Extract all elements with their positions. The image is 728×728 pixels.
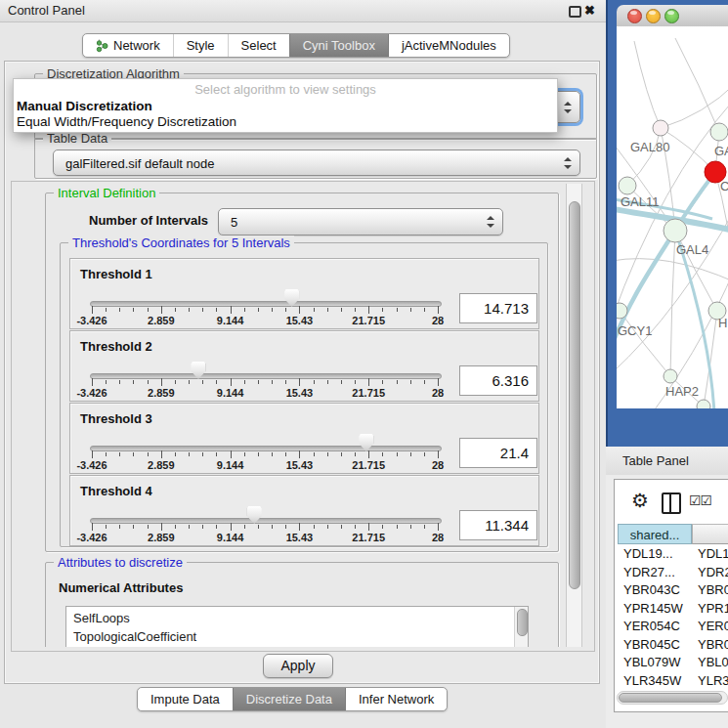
network-edge[interactable] <box>661 83 728 128</box>
tick-mark <box>119 308 120 312</box>
network-node-green[interactable] <box>664 219 687 242</box>
gear-icon[interactable]: ⚙ <box>631 488 649 513</box>
tick-mark <box>355 525 356 529</box>
column-header-shared[interactable]: shared... <box>618 524 692 544</box>
close-traffic-light-icon[interactable] <box>627 9 642 23</box>
tick-mark <box>382 525 383 529</box>
tick-mark <box>175 525 176 529</box>
scrollbar-thumb[interactable] <box>517 609 528 636</box>
tick-label: 15.43 <box>274 315 324 326</box>
tab-label: Impute Data <box>150 688 220 710</box>
threshold-value-field[interactable]: 14.713 <box>459 293 537 323</box>
table-row[interactable]: YPR145WYPR1 <box>618 599 728 618</box>
cell-shared-name: YBR043C <box>623 580 680 599</box>
network-edge[interactable] <box>634 41 661 128</box>
table-row[interactable]: YBR043CYBR0 <box>618 580 728 599</box>
network-node-green[interactable] <box>664 369 677 383</box>
network-edge-highlighted[interactable] <box>675 231 714 408</box>
slider-track[interactable] <box>90 446 442 451</box>
cell-shared-name: YDL19... <box>623 544 673 563</box>
num-intervals-combobox[interactable]: 5 <box>218 208 503 236</box>
threshold-value-field[interactable]: 6.316 <box>459 365 537 396</box>
slider-track[interactable] <box>90 301 442 307</box>
tab-jactivemnodules[interactable]: jActiveMNodules <box>388 34 509 57</box>
tick-mark <box>355 452 356 456</box>
table-row[interactable]: YDR27...YDR2 <box>618 563 728 581</box>
table-row[interactable]: YDL19...YDL1 <box>618 544 728 563</box>
tick-label: 28 <box>412 532 463 543</box>
attribute-item-selfloops[interactable]: SelfLoops <box>73 609 130 627</box>
table-row[interactable]: YBL079WYBL0 <box>618 653 728 671</box>
network-edge[interactable] <box>617 259 728 282</box>
tick-mark <box>382 380 383 384</box>
table-data-combobox[interactable]: galFiltered.sif default node <box>53 150 580 176</box>
threshold-value-field[interactable]: 21.4 <box>459 438 537 468</box>
network-node-green[interactable] <box>697 400 710 408</box>
right-pane: GAL80GACGAL11GAL4GCY1HHAP2 Table Panel ⚙… <box>606 0 728 728</box>
column-header-na[interactable]: na <box>692 524 728 544</box>
select-columns-checkboxes-icon[interactable]: ☑☑ <box>689 492 711 508</box>
tab-cyni-toolbox[interactable]: Cyni Toolbox <box>289 34 388 57</box>
tick-mark <box>285 380 286 384</box>
network-node-pink[interactable] <box>653 120 668 136</box>
attributes-list[interactable]: SelfLoopsTopologicalCoefficientBetweenne… <box>65 606 529 647</box>
table-row[interactable]: YER054CYER0 <box>618 617 728 635</box>
minimize-traffic-light-icon[interactable] <box>646 9 661 23</box>
dropdown-option-manual-discretization[interactable]: Manual Discretization <box>17 99 152 113</box>
tick-mark <box>133 525 134 529</box>
node-table-frame: ⚙ ☑☑ shared...na YDL19...YDL1YDR27...YDR… <box>614 479 728 712</box>
network-edge[interactable] <box>620 311 670 376</box>
threshold-value-field[interactable]: 11.344 <box>459 510 537 540</box>
network-node-green[interactable] <box>710 123 728 141</box>
table-panel-titlebar: Table Panel <box>606 447 728 476</box>
threshold-label: Threshold 1 <box>80 267 152 281</box>
tick-mark <box>189 380 190 384</box>
attributes-group-title: Attributes to discretize <box>54 555 187 570</box>
table-data-value: galFiltered.sif default node <box>65 155 214 170</box>
tick-mark <box>327 308 328 312</box>
tick-mark <box>202 380 203 384</box>
tick-mark <box>272 452 273 456</box>
tick-mark <box>161 450 162 458</box>
attribute-item-topologicalcoefficient[interactable]: TopologicalCoefficient <box>73 627 196 646</box>
slider-track[interactable] <box>90 518 442 524</box>
network-edge[interactable] <box>675 38 719 132</box>
network-edge[interactable] <box>627 128 661 186</box>
table-data-group: Table Data galFiltered.sif default node <box>34 138 597 179</box>
tick-mark <box>327 380 328 384</box>
tick-mark <box>299 378 300 386</box>
network-node-green[interactable] <box>619 177 636 194</box>
network-node-green[interactable] <box>617 303 627 319</box>
tab-select[interactable]: Select <box>228 34 289 57</box>
zoom-traffic-light-icon[interactable] <box>664 9 679 23</box>
scrollbar-thumb[interactable] <box>569 201 580 589</box>
table-horizontal-scrollbar[interactable] <box>617 691 728 705</box>
table-row[interactable]: YLR345WYLR3 <box>618 671 728 690</box>
tab-style[interactable]: Style <box>173 34 228 57</box>
split-column-icon[interactable] <box>662 492 681 514</box>
tick-mark <box>133 308 134 312</box>
tick-mark <box>410 525 411 529</box>
tick-mark <box>244 452 245 456</box>
scrollbar-thumb[interactable] <box>619 693 722 703</box>
network-edge[interactable] <box>704 311 717 407</box>
apply-button[interactable]: Apply <box>263 654 333 678</box>
float-window-icon[interactable] <box>569 6 581 18</box>
network-window: GAL80GACGAL11GAL4GCY1HHAP2 <box>606 0 728 447</box>
tab-discretize-data[interactable]: Discretize Data <box>233 688 345 710</box>
table-panel-content: ⚙ ☑☑ shared...na YDL19...YDL1YDR27...YDR… <box>606 475 728 728</box>
cell-shared-name: YBR045C <box>623 635 680 654</box>
settings-scrollbar[interactable] <box>566 184 582 647</box>
dropdown-option-equal-width-frequency-discretization[interactable]: Equal Width/Frequency Discretization <box>17 114 236 129</box>
tab-infer-network[interactable]: Infer Network <box>345 688 447 710</box>
tab-impute-data[interactable]: Impute Data <box>138 688 233 710</box>
attributes-list-scrollbar[interactable] <box>514 607 528 647</box>
tab-network[interactable]: Network <box>83 34 173 57</box>
tick-mark <box>424 525 425 529</box>
attribute-item-betweennesscentrality[interactable]: BetweennessCentrality <box>73 646 203 647</box>
close-icon[interactable]: ✖ <box>584 2 595 20</box>
table-row[interactable]: YBR045CYBR0 <box>618 635 728 654</box>
network-canvas[interactable]: GAL80GACGAL11GAL4GCY1HHAP2 <box>617 26 728 408</box>
slider-track[interactable] <box>90 373 442 379</box>
tick-mark <box>397 525 398 529</box>
